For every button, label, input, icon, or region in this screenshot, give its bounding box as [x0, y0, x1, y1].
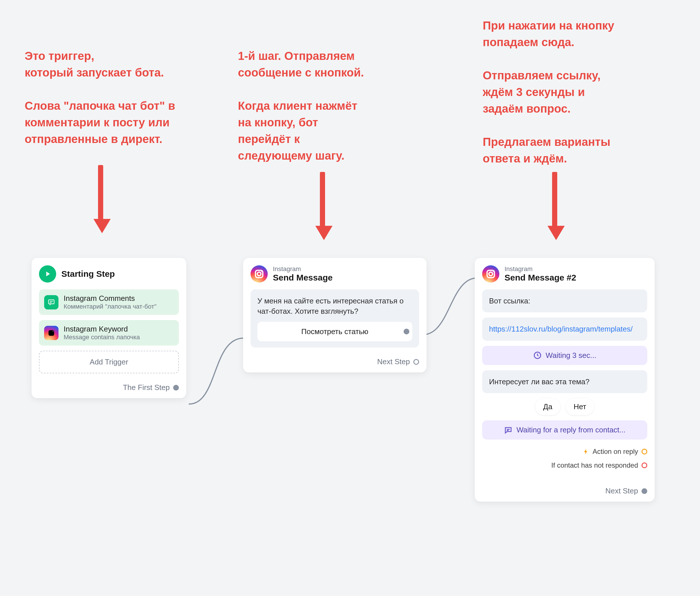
svg-point-9 — [493, 271, 493, 272]
action-label: Action on reply — [593, 447, 638, 456]
card-title: Starting Step — [61, 269, 115, 279]
port-dot — [173, 385, 179, 391]
footer-label: The First Step — [123, 383, 170, 392]
message-text: У меня на сайте есть интересная статья о… — [257, 296, 404, 315]
port-dot — [642, 488, 647, 494]
trigger-title: Instagram Keyword — [64, 325, 140, 334]
svg-rect-0 — [48, 300, 54, 304]
svg-point-2 — [50, 332, 53, 334]
no-response[interactable]: If contact has not responded — [482, 459, 647, 472]
waiting-reply-label: Waiting for a reply from contact... — [517, 425, 626, 434]
card-footer-first-step[interactable]: The First Step — [39, 383, 179, 392]
platform-label: Instagram — [504, 265, 576, 273]
add-trigger-button[interactable]: Add Trigger — [39, 351, 179, 373]
card-send-message-2[interactable]: Instagram Send Message #2 Вот ссылка: ht… — [475, 258, 655, 502]
trigger-sub: Message contains лапочка — [64, 334, 140, 341]
arrow-1 — [94, 165, 108, 233]
clock-icon — [533, 351, 542, 360]
svg-point-6 — [261, 271, 262, 272]
card-send-message-1[interactable]: Instagram Send Message У меня на сайте е… — [243, 258, 427, 372]
reply-no[interactable]: Нет — [566, 398, 594, 415]
card-title: Send Message #2 — [504, 273, 576, 283]
svg-point-3 — [53, 331, 53, 331]
message-bubble[interactable]: У меня на сайте есть интересная статья о… — [251, 289, 419, 347]
port-ring — [642, 463, 647, 468]
card-footer-next-step[interactable]: Next Step — [482, 487, 647, 495]
footer-label: Next Step — [605, 487, 638, 495]
svg-point-5 — [257, 272, 261, 276]
wait-label: Waiting 3 sec... — [546, 351, 597, 360]
trigger-title: Instagram Comments — [64, 294, 156, 303]
instagram-icon — [251, 265, 268, 283]
annotation-3: При нажатии на кнопку попадаем сюда. Отп… — [483, 17, 614, 167]
annotation-1: Это триггер, который запускает бота. Сло… — [25, 48, 175, 147]
comment-icon — [44, 295, 58, 309]
card-starting-step[interactable]: Starting Step Instagram Comments Коммент… — [31, 258, 186, 398]
trigger-instagram-keyword[interactable]: Instagram Keyword Message contains лапоч… — [39, 320, 179, 345]
port-ring — [642, 449, 647, 455]
platform-label: Instagram — [273, 265, 332, 273]
connector-1 — [183, 327, 249, 418]
waiting-reply-block[interactable]: Waiting for a reply from contact... — [482, 420, 647, 440]
action-label: If contact has not responded — [551, 461, 638, 469]
instagram-icon — [44, 326, 58, 340]
message-button[interactable]: Посмотреть статью — [257, 322, 412, 341]
connector-2 — [419, 266, 481, 347]
link-bubble[interactable]: https://112slov.ru/blog/instagram/templa… — [482, 317, 647, 340]
reply-yes[interactable]: Да — [535, 398, 560, 415]
chat-icon — [504, 426, 512, 434]
arrow-3 — [548, 172, 562, 240]
button-label: Посмотреть статью — [301, 327, 368, 336]
annotation-2: 1-й шаг. Отправляем сообщение с кнопкой.… — [238, 48, 364, 164]
message-text: Вот ссылка: — [489, 296, 530, 305]
wait-block[interactable]: Waiting 3 sec... — [482, 346, 647, 365]
svg-rect-4 — [255, 270, 263, 278]
bolt-icon — [583, 448, 589, 455]
port-dot — [404, 329, 409, 334]
port-ring — [414, 359, 419, 365]
card-footer-next-step[interactable]: Next Step — [251, 357, 419, 366]
card-title: Send Message — [273, 273, 332, 283]
trigger-sub: Комментарий "лапочка чат-бот" — [64, 303, 156, 310]
svg-point-8 — [489, 272, 493, 276]
message-bubble[interactable]: Интересует ли вас эта тема? — [482, 370, 647, 393]
arrow-2 — [315, 172, 330, 240]
message-text: Интересует ли вас эта тема? — [489, 378, 589, 386]
play-icon — [39, 265, 56, 283]
action-on-reply[interactable]: Action on reply — [482, 445, 647, 459]
quick-replies: Да Нет — [482, 398, 647, 415]
message-bubble[interactable]: Вот ссылка: — [482, 289, 647, 312]
trigger-instagram-comments[interactable]: Instagram Comments Комментарий "лапочка … — [39, 289, 179, 315]
instagram-icon — [482, 265, 499, 283]
footer-label: Next Step — [377, 357, 410, 366]
svg-rect-7 — [487, 270, 495, 278]
link-text: https://112slov.ru/blog/instagram/templa… — [489, 325, 633, 333]
